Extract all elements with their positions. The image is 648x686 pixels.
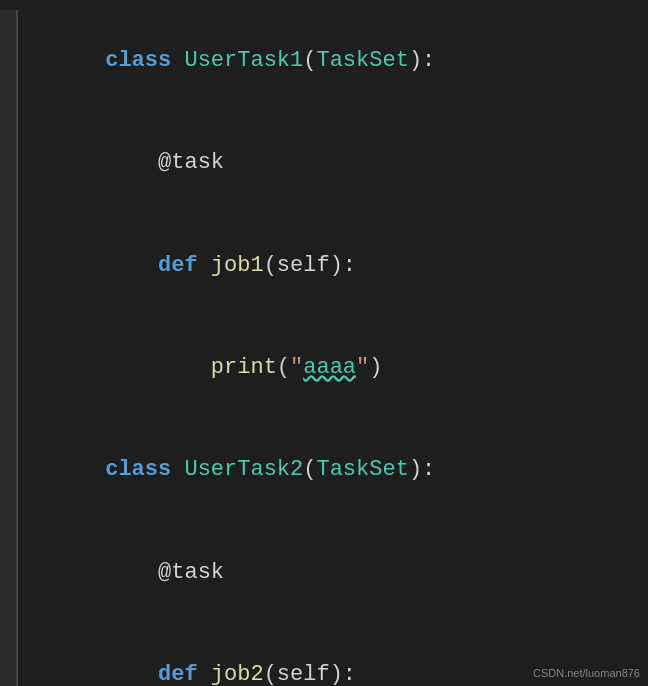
keyword-def: def — [158, 253, 211, 278]
indent-1 — [105, 253, 158, 278]
indent-3 — [105, 662, 158, 686]
gutter-5 — [0, 419, 18, 521]
paren-open: ( — [303, 48, 316, 73]
string-quote-close: " — [356, 355, 369, 380]
line-content-6: @task — [0, 521, 224, 623]
paren-close-2: ): — [409, 457, 435, 482]
params: (self): — [264, 253, 356, 278]
keyword-class-2: class — [105, 457, 184, 482]
print-func: print — [211, 355, 277, 380]
func-job2: job2 — [211, 662, 264, 686]
line-content-7: def job2(self): — [0, 624, 356, 686]
watermark: CSDN.net/luoman876 — [533, 665, 640, 682]
gutter-7 — [0, 624, 18, 686]
func-job1: job1 — [211, 253, 264, 278]
code-line-1: class UserTask1(TaskSet): — [0, 10, 648, 112]
decorator-at: @task — [105, 150, 224, 175]
gutter-2 — [0, 112, 18, 214]
line-content-2: @task — [0, 112, 224, 214]
keyword-class: class — [105, 48, 184, 73]
gutter-3 — [0, 215, 18, 317]
code-line-3: def job1(self): — [0, 215, 648, 317]
line-content-3: def job1(self): — [0, 215, 356, 317]
class-usertask1: UserTask1 — [184, 48, 303, 73]
line-content-5: class UserTask2(TaskSet): — [0, 419, 435, 521]
class-usertask2: UserTask2 — [184, 457, 303, 482]
code-line-6: @task — [0, 521, 648, 623]
code-editor: class UserTask1(TaskSet): @task def job1… — [0, 0, 648, 686]
gutter-4 — [0, 317, 18, 419]
base-taskset-2: TaskSet — [316, 457, 408, 482]
paren-open-2: ( — [303, 457, 316, 482]
line-content-1: class UserTask1(TaskSet): — [0, 10, 435, 112]
gutter-1 — [0, 10, 18, 112]
code-line-4: print("aaaa") — [0, 317, 648, 419]
gutter-6 — [0, 521, 18, 623]
string-aaaa: aaaa — [303, 355, 356, 380]
code-line-2: @task — [0, 112, 648, 214]
line-content-4: print("aaaa") — [0, 317, 382, 419]
base-taskset: TaskSet — [316, 48, 408, 73]
paren-l: ( — [277, 355, 290, 380]
decorator-at-2: @task — [105, 560, 224, 585]
string-quote-open: " — [290, 355, 303, 380]
params-2: (self): — [264, 662, 356, 686]
indent-2 — [105, 355, 211, 380]
paren-close: ): — [409, 48, 435, 73]
keyword-def-2: def — [158, 662, 211, 686]
paren-r: ) — [369, 355, 382, 380]
code-line-5: class UserTask2(TaskSet): — [0, 419, 648, 521]
